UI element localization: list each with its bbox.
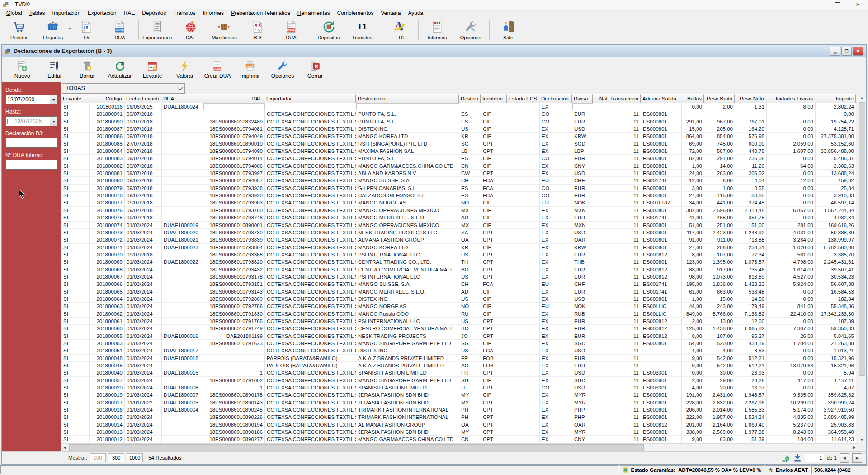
child-toolbar-button-crear-dua[interactable]: DUASCrear DUA — [201, 60, 234, 79]
menu-item-presentacion-telematica[interactable]: Presentación Telemática — [227, 10, 294, 17]
hasta-input[interactable]: 13/07/2025 — [5, 116, 57, 126]
dua-interno-input[interactable] — [5, 160, 57, 170]
maximize-button[interactable] — [827, 0, 848, 9]
table-row[interactable]: SI20180005101/03/2024DUAE1800017COTEXSA … — [61, 347, 856, 354]
toolbar-button-dua-2[interactable]: DUASDUA — [274, 19, 308, 40]
child-toolbar-button-imprimir[interactable]: Imprimir — [234, 60, 266, 79]
table-row[interactable]: SI20180008409/07/201818ES00086010794090C… — [61, 147, 856, 155]
desde-dropdown-button[interactable] — [50, 95, 57, 104]
table-row[interactable]: SI20180004801/03/2024DUAE1800018PARFOIS … — [61, 355, 856, 362]
table-row[interactable]: SI20180007909/07/201818ES00086010793938C… — [61, 185, 856, 192]
scroll-up-icon[interactable]: ▲ — [858, 94, 866, 102]
table-row[interactable]: SI20180007809/07/201818ES00086010793920C… — [61, 192, 856, 199]
table-row[interactable]: SI20180001601/03/2024DUAE180000418ES0008… — [61, 406, 856, 413]
scope-dropdown[interactable]: TODAS — [62, 83, 185, 94]
menu-item-informes[interactable]: Informes — [199, 10, 227, 17]
toolbar-button-transitos[interactable]: T1Tránsitos — [345, 19, 379, 40]
column-header-codigo[interactable]: Código — [89, 94, 124, 103]
toolbar-button-dua[interactable]: DUASDUA — [103, 19, 137, 40]
column-header-peso-neto[interactable]: Peso Neto — [735, 94, 766, 103]
page-input[interactable]: 1 — [805, 454, 824, 462]
scroll-right-icon[interactable]: ▶ — [850, 444, 858, 451]
page-size-100-button[interactable]: 100 — [90, 453, 106, 462]
column-header-dae[interactable]: DAE — [203, 94, 264, 103]
table-row[interactable]: SI20180001501/03/202418ES00086010890226C… — [61, 413, 856, 421]
menu-item-ventana[interactable]: Ventana — [377, 10, 404, 17]
column-header-fecha-levante[interactable]: Fecha Levante — [124, 94, 161, 103]
table-row[interactable]: SI20180001301/03/202418ES00086010890186C… — [61, 428, 856, 436]
export-xls-button[interactable]: XLS — [781, 453, 790, 462]
child-toolbar-button-opciones[interactable]: Opciones — [266, 60, 299, 79]
child-toolbar-button-borrar[interactable]: Borrar — [71, 60, 104, 79]
table-row[interactable]: SI20180007609/07/201818ES00086010793780C… — [61, 207, 856, 214]
hasta-dropdown-button[interactable] — [50, 117, 57, 126]
menu-item-herramientas[interactable]: Herramientas — [294, 10, 334, 17]
child-minimize-button[interactable]: ▁ — [830, 47, 840, 56]
table-row[interactable]: SI20180006501/03/202418ES00086010793143C… — [61, 288, 856, 295]
page-size-1000-button[interactable]: 1000 — [127, 453, 143, 462]
table-row[interactable]: SI20180006901/03/2024DUAE180002218ES0008… — [61, 258, 856, 266]
table-row[interactable]: SI20180007401/03/2024DUAE180001918ES0008… — [61, 222, 856, 229]
column-header-bultos[interactable]: Bultos — [681, 94, 704, 103]
menu-item-ayuda[interactable]: Ayuda — [404, 10, 427, 17]
column-header-declaracion[interactable]: Declaración — [539, 94, 572, 103]
child-toolbar-button-levante[interactable]: Levante — [136, 60, 169, 79]
table-row[interactable]: SI20180008209/07/201818ES00086010794006C… — [61, 162, 856, 170]
table-row[interactable]: SI20180007201/03/2024DUAE180002118ES0008… — [61, 236, 856, 243]
menu-item-global[interactable]: Global — [3, 10, 26, 17]
envios-aeat-status[interactable]: Envíos AEAT — [765, 466, 811, 474]
table-row[interactable]: SI20180008609/07/201818ES00086010794049C… — [61, 133, 856, 140]
table-row[interactable]: SI20180001701/01/2022DUAE180000518ES0008… — [61, 399, 856, 406]
toolbar-button-dae[interactable]: DAE — [174, 19, 208, 40]
desde-input[interactable]: 12/07/2000 — [5, 95, 57, 104]
table-row[interactable]: SI20180006301/03/202418ES00086010792786C… — [61, 303, 856, 310]
table-row[interactable]: SI20180005301/03/202418ES00086010791623C… — [61, 340, 856, 347]
page-size-300-button[interactable]: 300 — [108, 453, 124, 462]
scroll-left-icon[interactable]: ◀ — [61, 444, 69, 451]
menu-item-tablas[interactable]: Tablas — [26, 10, 49, 17]
child-toolbar-button-cerrar[interactable]: Cerrar — [299, 60, 331, 79]
table-row[interactable]: SI20180001901/03/2024DUAE180000718ES0008… — [61, 391, 856, 399]
toolbar-button-pedidos[interactable]: Pedidos — [3, 19, 36, 40]
toolbar-button-i-5[interactable]: I-5I-5 — [70, 19, 103, 40]
table-row[interactable]: SI20180006101/03/202418ES00086010791765C… — [61, 318, 856, 325]
table-row[interactable]: SI20180008527/07/201818ES00086010890010C… — [61, 140, 856, 147]
column-header-incoterm[interactable]: Incoterm — [481, 94, 507, 103]
column-header-estado-ecs[interactable]: Estado ECS — [507, 94, 539, 103]
table-row[interactable]: SI20180006001/03/202418ES00086010791749C… — [61, 325, 856, 332]
toolbar-button-llegadas[interactable]: ▼Llegadas — [36, 19, 70, 40]
table-row[interactable]: SI20180006401/03/202418ES00086010792869C… — [61, 295, 856, 303]
column-header-importe[interactable]: Importe — [815, 94, 856, 103]
table-row[interactable]: SI20180008309/07/201818ES00086010794014C… — [61, 155, 856, 162]
table-row[interactable]: SI20180009009/07/201818ES00086010832489C… — [61, 118, 856, 125]
menu-item-depositos[interactable]: Depósitos — [138, 10, 170, 17]
child-toolbar-button-editar[interactable]: Editar — [38, 60, 71, 79]
table-row[interactable]: SI20180008709/07/201818ES00086010794081C… — [61, 125, 856, 133]
table-row[interactable]: SI20180009109/07/2018COTEXSA CONFECCIONE… — [61, 110, 856, 118]
minimize-button[interactable] — [807, 0, 827, 9]
scroll-down-icon[interactable]: ▼ — [858, 436, 866, 444]
v-scroll-thumb[interactable] — [859, 102, 865, 376]
table-row[interactable]: SI20180008009/07/201818ES00086010794057C… — [61, 177, 856, 184]
hasta-checkbox[interactable] — [7, 119, 13, 124]
table-row[interactable]: SI20180007101/03/2024DUAE180002318ES0008… — [61, 244, 856, 251]
child-restore-button[interactable]: ❐ — [841, 47, 852, 56]
column-header-nat-transaccion[interactable]: Nat. Transacción — [593, 94, 641, 103]
table-row[interactable]: SI20180006201/03/202418ES00086010791830C… — [61, 310, 856, 318]
table-row[interactable]: SI20180007301/03/2024DUAE180002018ES0008… — [61, 229, 856, 236]
column-header-peso-bruto[interactable]: Peso Bruto — [704, 94, 735, 103]
table-row[interactable]: SI20180004501/03/2024PARFOIS (BARATA&RAM… — [61, 362, 856, 369]
table-row[interactable]: SI20180003701/03/202418ES00086010791002C… — [61, 377, 856, 384]
table-row[interactable]: SI20180001201/03/202418ES00086010890277C… — [61, 436, 856, 443]
h-scroll-thumb[interactable] — [69, 444, 644, 451]
table-row[interactable]: SI20180006701/03/202418ES00086010793178C… — [61, 273, 856, 280]
column-header-aduana-salida[interactable]: Aduana Salida — [641, 94, 681, 103]
h-scrollbar[interactable]: ◀ ▶ — [61, 443, 858, 451]
toolbar-button-expediciones[interactable]: Expediciones — [141, 19, 174, 40]
table-row[interactable]: SI20180006601/03/202418ES00086010793151C… — [61, 280, 856, 288]
menu-item-complementos[interactable]: Complementos — [334, 10, 377, 17]
toolbar-button-b-3[interactable]: B-3B-3 — [241, 19, 274, 40]
prev-page-button[interactable]: ◀ — [840, 453, 849, 463]
table-row[interactable]: SI20180005501/03/2024DUAE1800016DAE20180… — [61, 332, 856, 340]
next-page-button[interactable]: ▶ — [852, 453, 862, 463]
